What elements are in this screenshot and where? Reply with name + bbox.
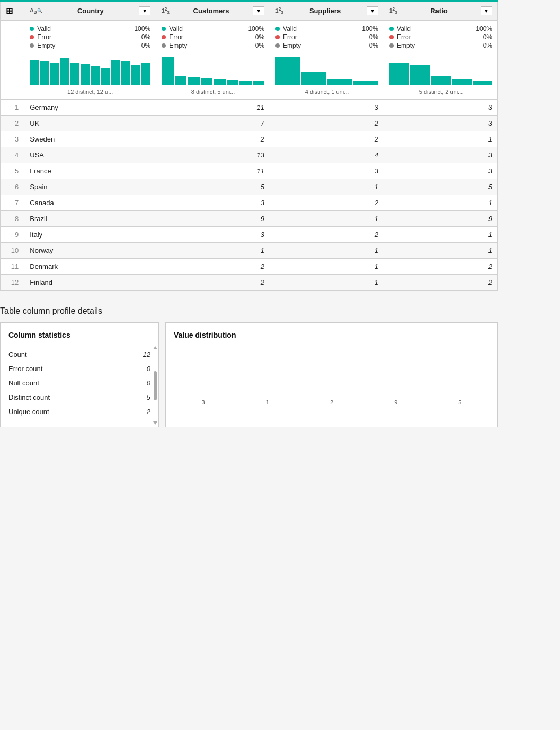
country-cell: France — [24, 163, 156, 179]
ratio-bar-chart — [389, 54, 492, 85]
scroll-up-arrow[interactable] — [153, 346, 157, 349]
country-label: Country — [45, 7, 137, 15]
row-number: 3 — [1, 131, 24, 147]
bar — [121, 61, 130, 85]
dist-bar-wrap: 3 — [174, 397, 233, 406]
empty-dot — [275, 43, 280, 48]
customers-column-header: 123 Customers ▼ — [156, 1, 270, 21]
country-cell: Norway — [24, 243, 156, 259]
customers-cell: 2 — [156, 275, 270, 291]
suppliers-profile-cell: Valid 100% Error 0% Empty 0% — [270, 21, 384, 100]
dist-bar-wrap: 9 — [367, 397, 425, 406]
bar — [60, 58, 69, 85]
ratio-cell: 3 — [384, 147, 498, 163]
stat-label: Unique count — [8, 408, 49, 416]
row-number: 1 — [1, 100, 24, 116]
customers-cell: 2 — [156, 131, 270, 147]
suppliers-cell: 4 — [270, 147, 384, 163]
country-cell: Spain — [24, 179, 156, 195]
bar — [50, 63, 59, 85]
table-row: 4 USA 13 4 3 — [1, 147, 498, 163]
row-number: 6 — [1, 179, 24, 195]
customers-dropdown-button[interactable]: ▼ — [253, 6, 264, 15]
ratio-cell: 1 — [384, 227, 498, 243]
valid-label: Valid — [37, 25, 131, 32]
table-row: 6 Spain 5 1 5 — [1, 179, 498, 195]
dist-chart: 3 1 2 9 5 — [174, 347, 490, 416]
dist-bar-wrap: 1 — [238, 397, 297, 406]
stat-row: Unique count2 — [8, 404, 150, 419]
table-row: 8 Brazil 9 1 9 — [1, 211, 498, 227]
profile-section-title: Table column profile details — [0, 306, 498, 316]
ratio-cell: 3 — [384, 116, 498, 131]
table-row: 1 Germany 11 3 3 — [1, 100, 498, 116]
bar — [389, 63, 409, 85]
error-dot — [30, 35, 34, 39]
stats-panel-title: Column statistics — [8, 331, 150, 339]
bar — [30, 60, 39, 85]
table-row: 9 Italy 3 2 1 — [1, 227, 498, 243]
suppliers-cell: 3 — [270, 100, 384, 116]
header-row: ⊞ AB🔍 Country ▼ 123 Customers ▼ — [1, 1, 498, 21]
bar — [188, 77, 200, 85]
valid-dot — [30, 27, 34, 31]
dist-panel-title: Value distribution — [174, 331, 490, 339]
bar — [201, 78, 213, 85]
table-row: 7 Canada 3 2 1 — [1, 195, 498, 211]
ratio-dropdown-button[interactable]: ▼ — [481, 6, 492, 15]
bar — [162, 57, 174, 85]
stat-value: 2 — [147, 408, 150, 416]
table-row: 2 UK 7 2 3 — [1, 116, 498, 131]
valid-dot — [275, 27, 280, 31]
suppliers-cell: 2 — [270, 116, 384, 131]
customers-cell: 2 — [156, 259, 270, 275]
suppliers-label: Suppliers — [286, 7, 364, 15]
suppliers-cell: 3 — [270, 163, 384, 179]
country-empty-pct: 0% — [141, 42, 150, 49]
ratio-cell: 2 — [384, 259, 498, 275]
stats-panel: Column statistics Count12Error count0Nul… — [0, 322, 159, 427]
customers-cell: 7 — [156, 116, 270, 131]
ratio-label: Ratio — [400, 7, 478, 15]
bar — [141, 63, 150, 85]
ratio-cell: 5 — [384, 179, 498, 195]
bar — [327, 79, 352, 85]
table-row: 3 Sweden 2 2 1 — [1, 131, 498, 147]
bar — [214, 79, 226, 85]
suppliers-bar-chart — [275, 54, 378, 85]
error-dot — [162, 35, 166, 39]
customers-cell: 5 — [156, 179, 270, 195]
bar — [239, 81, 252, 85]
suppliers-dropdown-button[interactable]: ▼ — [367, 6, 378, 15]
valid-dot — [389, 27, 394, 31]
empty-dot — [30, 43, 34, 48]
stat-label: Error count — [8, 365, 42, 373]
dist-bar-label: 3 — [202, 399, 205, 406]
empty-dot — [162, 43, 166, 48]
scroll-down-arrow[interactable] — [153, 421, 157, 425]
country-profile-cell: Valid 100% Error 0% Empty 0% — [24, 21, 156, 100]
customers-cell: 1 — [156, 243, 270, 259]
stat-value: 0 — [147, 379, 150, 387]
suppliers-type-icon: 123 — [275, 6, 283, 15]
stat-row: Error count0 — [8, 362, 150, 376]
country-valid-pct: 100% — [134, 25, 150, 32]
row-number: 11 — [1, 259, 24, 275]
country-error-pct: 0% — [141, 33, 150, 41]
bar — [353, 81, 378, 85]
stat-value: 12 — [143, 350, 150, 358]
stat-label: Distinct count — [8, 393, 50, 401]
ratio-column-header: 123 Ratio ▼ — [384, 1, 498, 21]
country-dropdown-button[interactable]: ▼ — [139, 6, 150, 15]
stat-value: 0 — [147, 365, 150, 373]
stats-rows: Count12Error count0Null count0Distinct c… — [8, 347, 150, 419]
country-cell: Canada — [24, 195, 156, 211]
suppliers-cell: 1 — [270, 275, 384, 291]
ratio-cell: 1 — [384, 195, 498, 211]
bar — [452, 79, 472, 85]
row-number: 2 — [1, 116, 24, 131]
customers-cell: 9 — [156, 211, 270, 227]
suppliers-cell: 1 — [270, 211, 384, 227]
suppliers-cell: 2 — [270, 227, 384, 243]
country-cell: Sweden — [24, 131, 156, 147]
